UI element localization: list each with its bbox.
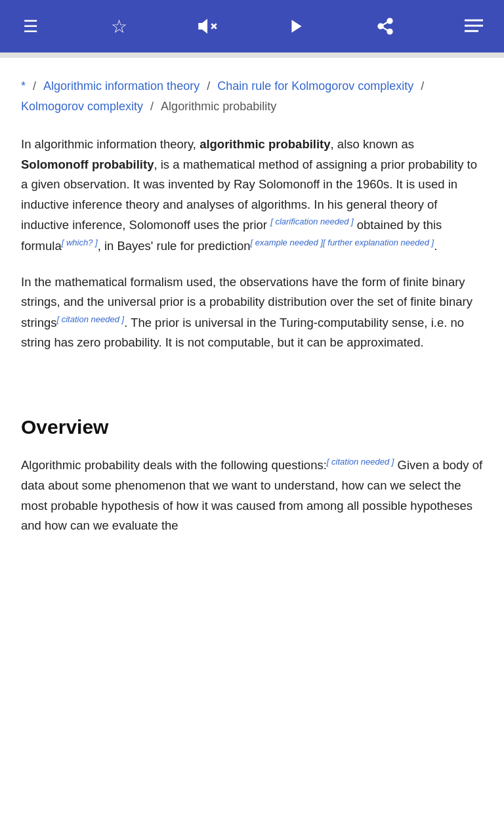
svg-marker-0 xyxy=(200,20,207,32)
svg-rect-10 xyxy=(465,25,483,27)
breadcrumb-star[interactable]: * xyxy=(21,79,26,93)
term-algorithmic-probability: algorithmic probability xyxy=(200,137,330,151)
svg-marker-3 xyxy=(291,20,301,33)
top-navbar: ☰ ☆ xyxy=(0,0,504,52)
svg-point-5 xyxy=(378,24,383,29)
ref-further-explanation[interactable]: [ further explanation needed ] xyxy=(323,238,434,247)
overview-paragraph: Algorithmic probability deals with the f… xyxy=(21,455,483,536)
play-icon[interactable] xyxy=(282,12,311,41)
share-icon[interactable] xyxy=(371,12,400,41)
intro-period: . xyxy=(434,239,437,253)
svg-rect-9 xyxy=(465,20,483,22)
ref-citation-2[interactable]: [ citation needed ] xyxy=(327,457,394,467)
breadcrumb-sep2: / xyxy=(207,79,213,93)
star-icon[interactable]: ☆ xyxy=(104,12,133,41)
breadcrumb-sep4: / xyxy=(150,100,157,113)
ref-citation-1[interactable]: [ citation needed ] xyxy=(57,314,125,324)
svg-line-8 xyxy=(383,22,388,26)
overview-heading: Overview xyxy=(21,411,483,444)
intro-paragraph: In algorithmic information theory, algor… xyxy=(21,135,483,256)
svg-point-4 xyxy=(387,18,392,23)
overflow-menu-icon[interactable] xyxy=(459,12,488,41)
svg-line-7 xyxy=(383,28,388,31)
svg-rect-11 xyxy=(465,30,478,32)
spacer xyxy=(21,369,483,390)
breadcrumb-sep3: / xyxy=(421,79,424,93)
mute-icon[interactable] xyxy=(193,12,222,41)
navbar-divider xyxy=(0,52,504,58)
second-paragraph: In the mathematical formalism used, the … xyxy=(21,272,483,353)
term-solomonoff-probability: Solomonoff probability xyxy=(21,158,154,171)
ref-example-needed[interactable]: [ example needed ] xyxy=(250,238,323,247)
breadcrumb-link-chain-rule[interactable]: Chain rule for Kolmogorov complexity xyxy=(217,79,413,93)
breadcrumb-link-algorithmic-info[interactable]: Algorithmic information theory xyxy=(43,79,200,93)
breadcrumb-link-kolmogorov[interactable]: Kolmogorov complexity xyxy=(21,100,143,113)
breadcrumb-current: Algorithmic probability xyxy=(161,100,276,113)
ref-which[interactable]: [ which? ] xyxy=(62,238,98,247)
ref-clarification-needed[interactable]: [ clarification needed ] xyxy=(270,217,353,226)
breadcrumb: * / Algorithmic information theory / Cha… xyxy=(0,58,504,127)
svg-point-6 xyxy=(387,30,392,34)
menu-icon[interactable]: ☰ xyxy=(16,12,45,41)
breadcrumb-sep1: / xyxy=(33,79,39,93)
article-content: In algorithmic information theory, algor… xyxy=(0,127,504,572)
